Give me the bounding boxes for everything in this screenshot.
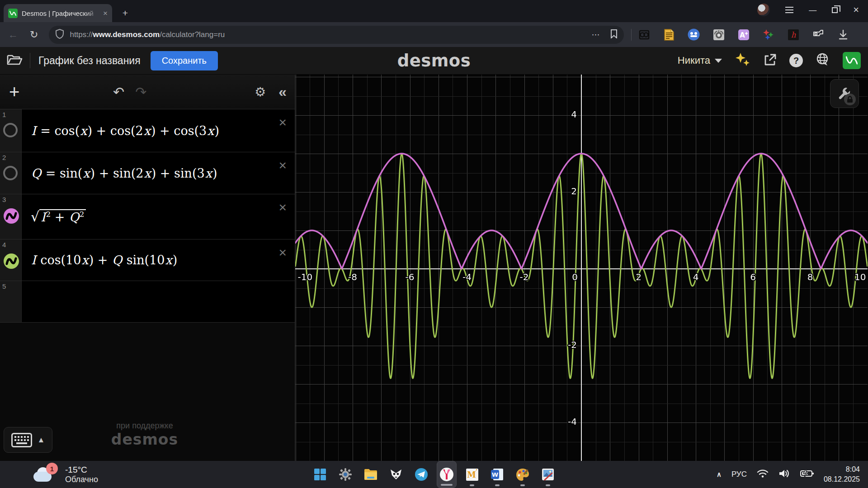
- settings-app-icon[interactable]: [335, 461, 355, 488]
- keyboard-open-triangle-icon: ▲: [38, 436, 45, 445]
- taskbar-weather-widget[interactable]: 1 -15°C Облачно: [33, 465, 98, 484]
- envelope-plot-color-icon[interactable]: [3, 208, 19, 226]
- delete-expression-icon[interactable]: ×: [278, 116, 287, 129]
- m-prime-app-icon[interactable]: M’: [462, 461, 482, 488]
- share-icon[interactable]: [763, 52, 777, 69]
- expression-math[interactable]: Q = sin(x) + sin(2x) + sin(3x): [31, 166, 217, 180]
- robot-extension-icon[interactable]: [712, 28, 725, 41]
- account-name: Никита: [678, 55, 710, 66]
- language-globe-icon[interactable]: [815, 52, 830, 69]
- graph-settings-gear-icon[interactable]: ⚙: [255, 84, 266, 99]
- notification-badge: 1: [46, 463, 58, 474]
- owl-extension-icon[interactable]: [638, 28, 650, 41]
- foobar2000-icon[interactable]: [386, 461, 406, 488]
- graph-title[interactable]: График без названия: [38, 55, 141, 67]
- expression-gutter[interactable]: 3: [0, 194, 22, 239]
- hidden-plot-circle-icon[interactable]: [3, 166, 18, 180]
- window-controls: — ×: [757, 0, 868, 20]
- reload-button[interactable]: ↻: [30, 29, 38, 41]
- window-restore-button[interactable]: [832, 7, 838, 13]
- window-close-button[interactable]: ×: [853, 5, 859, 15]
- taskbar-apps: M’ W: [310, 461, 558, 488]
- expression-gutter[interactable]: 2: [0, 152, 22, 194]
- delete-expression-icon[interactable]: ×: [278, 246, 287, 259]
- svg-text:’: ’: [475, 469, 477, 475]
- desmos-header: График без названия Сохранить desmos Ник…: [0, 47, 868, 75]
- signal-plot-color-icon[interactable]: [3, 253, 19, 271]
- address-bar[interactable]: https://www.desmos.com/calculator?lang=r…: [49, 26, 624, 44]
- address-more-icon[interactable]: ⋯: [591, 30, 600, 40]
- keyboard-icon: [11, 433, 32, 447]
- new-tab-button[interactable]: +: [118, 6, 132, 20]
- desmos-apps-tile-icon[interactable]: [843, 52, 861, 69]
- collapse-panel-icon[interactable]: «: [278, 84, 287, 100]
- expression-index: 2: [2, 154, 6, 161]
- back-button[interactable]: ←: [8, 29, 18, 41]
- url-text: https://www.desmos.com/calculator?lang=r…: [70, 30, 225, 39]
- expression-gutter[interactable]: 4: [0, 239, 22, 281]
- svg-text:M: M: [467, 470, 476, 479]
- undo-icon[interactable]: ↶: [113, 84, 124, 100]
- bookmark-icon[interactable]: [610, 29, 618, 40]
- redo-icon[interactable]: ↷: [135, 84, 146, 100]
- key-extension-icon[interactable]: [812, 28, 824, 41]
- graph-canvas[interactable]: [295, 75, 868, 461]
- expression-row[interactable]: 2 Q = sin(x) + sin(2x) + sin(3x) ×: [0, 152, 295, 194]
- expression-math[interactable]: I cos(10x) + Q sin(10x): [31, 253, 177, 267]
- battery-charging-icon[interactable]: [800, 469, 814, 479]
- expression-gutter[interactable]: 1: [0, 109, 22, 152]
- add-expression-button[interactable]: +: [9, 83, 19, 101]
- downloads-icon[interactable]: [837, 28, 849, 41]
- running-indicator: [470, 484, 474, 486]
- graph-settings-wrench-button[interactable]: [830, 79, 859, 108]
- hidden-plot-circle-icon[interactable]: [3, 123, 18, 137]
- delete-expression-icon[interactable]: ×: [278, 159, 287, 172]
- wifi-icon[interactable]: [757, 469, 769, 480]
- expression-row[interactable]: 4 I cos(10x) + Q sin(10x) ×: [0, 239, 295, 281]
- window-minimize-button[interactable]: —: [809, 6, 816, 14]
- community-extension-icon[interactable]: [688, 28, 700, 41]
- file-explorer-icon[interactable]: [361, 461, 381, 488]
- expression-row[interactable]: 3 √I2 + Q2 ×: [0, 194, 295, 239]
- main-area: + ↶ ↷ ⚙ « 1 I = cos(x) + cos(2x) + cos(3…: [0, 75, 868, 461]
- keyboard-toggle-button[interactable]: ▲: [4, 427, 52, 453]
- expression-math[interactable]: I = cos(x) + cos(2x) + cos(3x): [31, 124, 219, 138]
- language-indicator[interactable]: РУС: [731, 470, 747, 479]
- open-graph-folder-icon[interactable]: [6, 53, 23, 68]
- shield-icon[interactable]: [55, 29, 64, 41]
- sparkles-icon[interactable]: [734, 52, 750, 70]
- expression-row[interactable]: 1 I = cos(x) + cos(2x) + cos(3x) ×: [0, 109, 295, 152]
- desmos-logo[interactable]: desmos: [397, 51, 471, 70]
- header-actions: Никита ?: [678, 52, 868, 70]
- lock-icon: [844, 94, 856, 105]
- start-button[interactable]: [310, 461, 330, 488]
- word-app-icon[interactable]: W: [487, 461, 507, 488]
- browser-tab[interactable]: Desmos | Графический ×: [4, 4, 112, 22]
- toolbar-separator: [631, 29, 632, 41]
- delete-expression-icon[interactable]: ×: [278, 201, 287, 214]
- photo-viewer-app-icon[interactable]: [538, 461, 558, 488]
- expression-math[interactable]: √I2 + Q2: [31, 209, 86, 225]
- notes-extension-icon[interactable]: [663, 28, 675, 41]
- tab-title: Desmos | Графический: [22, 9, 99, 17]
- graph-pane: [295, 75, 868, 461]
- translate-extension-icon[interactable]: A: [737, 28, 750, 41]
- expression-row-empty[interactable]: 5: [0, 281, 295, 323]
- taskbar-clock[interactable]: 8:04 08.12.2025: [824, 465, 860, 484]
- svg-text:h: h: [791, 30, 796, 39]
- expression-gutter[interactable]: 5: [0, 281, 22, 322]
- paint-palette-app-icon[interactable]: [513, 461, 533, 488]
- h-extension-icon[interactable]: h: [787, 28, 799, 41]
- volume-icon[interactable]: [778, 469, 790, 480]
- tray-chevron-up-icon[interactable]: ∧: [717, 470, 722, 479]
- browser-menu-icon[interactable]: [785, 7, 793, 13]
- save-button[interactable]: Сохранить: [151, 51, 218, 70]
- running-indicator: [441, 484, 453, 486]
- yandex-browser-icon[interactable]: [437, 461, 457, 488]
- tab-close-icon[interactable]: ×: [103, 9, 108, 17]
- browser-profile-avatar[interactable]: [757, 4, 770, 16]
- account-menu[interactable]: Никита: [678, 55, 722, 66]
- stars-extension-icon[interactable]: [762, 28, 774, 41]
- help-button[interactable]: ?: [789, 54, 803, 67]
- telegram-icon[interactable]: [411, 461, 431, 488]
